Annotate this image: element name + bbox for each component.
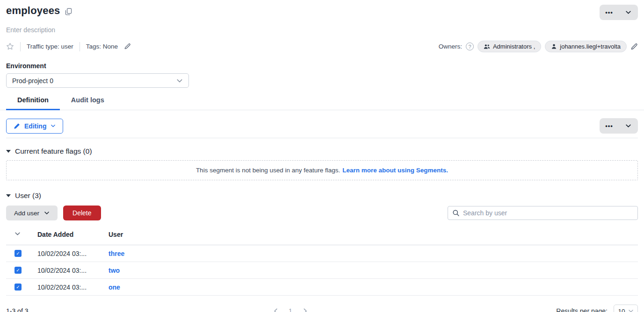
table-row: ✓ 10/02/2024 03:... one	[6, 279, 638, 296]
chevron-down-icon	[628, 308, 634, 312]
previous-page-button[interactable]	[272, 307, 280, 312]
caret-down-icon	[6, 194, 11, 197]
segment-page: employees ••• Enter description	[0, 0, 644, 312]
page-number[interactable]: 1	[289, 307, 292, 312]
column-header-user[interactable]: User	[109, 231, 638, 245]
chevron-down-icon	[44, 210, 50, 216]
chevron-down-icon	[51, 123, 56, 128]
divider	[80, 42, 80, 51]
results-per-page-select[interactable]: 10	[614, 305, 638, 312]
more-options-button[interactable]: •••	[600, 5, 619, 20]
tab-audit-logs[interactable]: Audit logs	[60, 96, 116, 110]
search-input[interactable]	[463, 209, 633, 217]
empty-message: This segment is not being used in any fe…	[196, 167, 340, 174]
environment-select[interactable]: Prod-project 0	[6, 73, 189, 88]
collapse-definition-button[interactable]	[619, 118, 638, 134]
row-checkbox[interactable]: ✓	[14, 284, 22, 291]
user-section-header[interactable]: User (3)	[6, 191, 638, 200]
table-header-row: Date Added User	[6, 231, 638, 245]
results-per-page-value: 10	[618, 308, 625, 312]
user-link[interactable]: three	[109, 250, 124, 257]
user-link[interactable]: two	[109, 267, 120, 274]
add-user-button[interactable]: Add user	[6, 206, 58, 220]
group-icon	[484, 44, 490, 50]
search-icon	[452, 209, 460, 217]
owners-label: Owners:	[439, 43, 462, 50]
date-added-cell: 10/02/2024 03:...	[37, 245, 109, 262]
owner-chip-label: johannes.liegl+travolta	[560, 43, 621, 50]
environment-section: Environment Prod-project 0	[6, 62, 638, 88]
environment-label: Environment	[6, 62, 638, 70]
select-all-chevron-icon[interactable]	[14, 231, 21, 237]
date-added-cell: 10/02/2024 03:...	[37, 279, 109, 296]
tab-definition[interactable]: Definition	[6, 96, 60, 110]
page-header: employees •••	[6, 0, 638, 20]
divider	[6, 138, 638, 138]
row-checkbox[interactable]: ✓	[14, 267, 22, 274]
results-per-page-label: Results per page:	[556, 307, 608, 312]
copy-icon[interactable]	[65, 8, 72, 15]
user-section-title: User (3)	[15, 191, 41, 200]
caret-down-icon	[6, 150, 11, 153]
tags-label: Tags: None	[86, 43, 118, 50]
delete-button[interactable]: Delete	[63, 206, 101, 220]
environment-selected-value: Prod-project 0	[12, 77, 53, 85]
header-actions-group: •••	[600, 5, 638, 20]
chevron-down-icon	[625, 9, 631, 15]
edit-tags-icon[interactable]	[124, 43, 131, 50]
edit-owners-icon[interactable]	[630, 43, 638, 50]
owner-chip-label: Administrators ,	[493, 43, 535, 50]
learn-more-link[interactable]: Learn more about using Segments.	[342, 167, 448, 174]
collapse-header-button[interactable]	[619, 5, 638, 20]
page-title: employees	[6, 5, 60, 17]
next-page-button[interactable]	[301, 307, 309, 312]
row-checkbox[interactable]: ✓	[14, 250, 22, 257]
traffic-type-label: Traffic type: user	[27, 43, 73, 50]
editing-label: Editing	[24, 122, 46, 130]
star-icon[interactable]	[6, 43, 14, 50]
add-user-label: Add user	[14, 210, 39, 217]
help-icon[interactable]: ?	[466, 43, 474, 50]
results-range: 1-3 of 3	[6, 307, 28, 312]
chevron-left-icon	[273, 308, 279, 312]
user-actions-row: Add user Delete	[6, 206, 638, 220]
chevron-right-icon	[302, 308, 308, 312]
owner-chip-administrators[interactable]: Administrators ,	[478, 41, 541, 52]
definition-actions-group: •••	[600, 118, 638, 134]
chevron-down-icon	[625, 123, 631, 129]
feature-flags-section-header[interactable]: Current feature flags (0)	[6, 147, 638, 156]
definition-toolbar: Editing •••	[6, 118, 638, 134]
table-row: ✓ 10/02/2024 03:... two	[6, 262, 638, 279]
meta-row: Traffic type: user Tags: None Owners: ? …	[6, 41, 638, 52]
divider	[20, 42, 21, 51]
user-link[interactable]: one	[109, 284, 120, 291]
person-icon	[551, 43, 557, 50]
editing-button[interactable]: Editing	[6, 119, 63, 134]
user-search	[448, 206, 638, 220]
feature-flags-empty-state: This segment is not being used in any fe…	[6, 160, 638, 180]
column-header-date-added[interactable]: Date Added	[37, 231, 109, 245]
pagination-bar: 1-3 of 3 1 Results per page: 10	[6, 302, 638, 312]
owner-chip-user[interactable]: johannes.liegl+travolta	[545, 41, 627, 52]
feature-flags-title: Current feature flags (0)	[15, 147, 92, 156]
user-table: Date Added User ✓ 10/02/2024 03:... thre…	[6, 231, 638, 296]
chevron-down-icon	[176, 78, 183, 84]
more-options-button[interactable]: •••	[600, 118, 619, 134]
description-placeholder[interactable]: Enter description	[6, 26, 638, 34]
date-added-cell: 10/02/2024 03:...	[37, 262, 109, 279]
table-row: ✓ 10/02/2024 03:... three	[6, 245, 638, 262]
pencil-icon	[14, 123, 20, 129]
tab-bar: Definition Audit logs	[0, 96, 644, 110]
